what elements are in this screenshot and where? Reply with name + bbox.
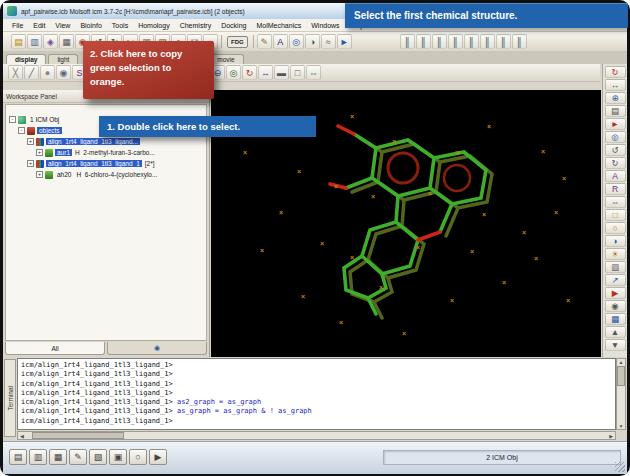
menu-view[interactable]: View — [50, 22, 75, 29]
reset-view-icon[interactable]: □ — [290, 65, 305, 80]
rotate-tool-icon[interactable]: ↻ — [605, 66, 626, 78]
status-doc-icon[interactable]: ▧ — [89, 449, 107, 465]
selection-marker: × — [470, 248, 474, 255]
undo-view-icon[interactable]: ↺ — [605, 144, 626, 156]
menu-windows[interactable]: Windows — [306, 22, 344, 29]
edit-pencil-icon[interactable]: ✎ — [257, 34, 272, 49]
redo-view-icon[interactable]: ↻ — [605, 157, 626, 169]
scroll-right-icon[interactable]: ▶ — [609, 433, 613, 439]
scroll-down-icon[interactable]: ▼ — [619, 423, 624, 429]
menu-homology[interactable]: Homology — [133, 22, 175, 29]
status-table-icon[interactable]: ▦ — [49, 449, 67, 465]
status-grid-icon[interactable]: ▣ — [109, 449, 127, 465]
expander-icon[interactable]: + — [27, 160, 34, 167]
scrollbar-thumb[interactable] — [617, 366, 625, 386]
terminal-line: icm/align_1rt4_ligand_1tl3_ligand_1> — [21, 417, 612, 426]
status-edit-icon[interactable]: ✎ — [69, 449, 87, 465]
scroll-up-icon[interactable]: ▲ — [619, 359, 624, 365]
menu-chemistry[interactable]: Chemistry — [175, 22, 217, 29]
clear-display-icon[interactable]: ╳ — [8, 65, 23, 80]
center-icon[interactable]: ◎ — [226, 65, 241, 80]
fullscreen-icon[interactable]: ↗ — [605, 274, 626, 286]
scroll-left-icon[interactable]: ◀ — [20, 433, 24, 439]
terminal-side-tab[interactable]: Terminal — [4, 359, 16, 437]
tab-all[interactable]: All — [5, 342, 105, 355]
menu-edit[interactable]: Edit — [28, 22, 50, 29]
mesh-display-icon[interactable]: ▦ — [605, 313, 626, 325]
table-column-icon-1[interactable]: ║ — [400, 34, 415, 49]
ballstick-style-icon[interactable]: ◉ — [56, 65, 71, 80]
cpk-style-icon[interactable]: ● — [40, 65, 55, 80]
translate-tool-icon[interactable]: ↔ — [605, 79, 626, 91]
tree-item-align-ligand[interactable]: +align_1rt4_ligand_1tl3_ligand... — [6, 136, 206, 147]
save-icon[interactable]: ▥ — [27, 34, 42, 49]
table-column-icon-6[interactable]: ║ — [480, 34, 495, 49]
app-icon — [7, 6, 17, 16]
tab-light[interactable]: light — [48, 54, 78, 64]
menu-molmechanics[interactable]: MolMechanics — [251, 22, 306, 29]
clip-front-icon[interactable]: ▲ — [605, 326, 626, 338]
table-column-icon-2[interactable]: ║ — [416, 34, 431, 49]
export-icon[interactable]: ◈ — [43, 34, 58, 49]
terminal-output[interactable]: icm/align_1rt4_ligand_1tl3_ligand_1>icm/… — [17, 358, 616, 430]
measure-distance-icon[interactable]: ⇔ — [605, 196, 626, 208]
slab-icon[interactable]: ▬ — [274, 65, 289, 80]
table-column-icon-3[interactable]: ║ — [432, 34, 447, 49]
lasso-select-icon[interactable]: ≈ — [321, 34, 336, 49]
status-circle-icon[interactable]: ○ — [129, 449, 147, 465]
table-column-icon-7[interactable]: ║ — [496, 34, 511, 49]
status-bar: ▤▥▦✎▧▣○▶ 2 ICM Obj — [3, 441, 627, 474]
center-view-icon[interactable]: ◎ — [605, 131, 626, 143]
tree-item-align-ligand-1[interactable]: +align_1rt4_ligand_1tl3_ligand_1[2*] — [6, 158, 206, 169]
select-lasso-icon[interactable]: ○ — [605, 222, 626, 234]
terminal-vertical-scrollbar[interactable]: ▲ ▼ — [616, 358, 626, 430]
expander-icon[interactable]: + — [36, 171, 43, 178]
selection-marker: × — [534, 255, 538, 262]
label-text-icon[interactable]: A — [273, 34, 288, 49]
wire-style-icon[interactable]: ╱ — [24, 65, 39, 80]
lighting-icon[interactable]: ☀ — [605, 248, 626, 260]
tab-display[interactable]: display — [6, 54, 46, 64]
expander-icon[interactable]: - — [18, 127, 25, 134]
expander-icon[interactable]: - — [9, 116, 16, 123]
display-eye-icon[interactable]: ◑ — [305, 34, 320, 49]
print-icon[interactable]: ▦ — [59, 34, 74, 49]
select-box-icon[interactable]: □ — [605, 209, 626, 221]
fdg-button[interactable]: FDG — [227, 36, 248, 48]
select-sphere-icon[interactable]: ◎ — [289, 34, 304, 49]
measure-icon[interactable]: ⇔ — [306, 65, 321, 80]
scrollbar-thumb[interactable] — [32, 432, 124, 439]
pick-atom-icon[interactable]: ► — [605, 118, 626, 130]
menu-bioinfo[interactable]: Bioinfo — [75, 22, 106, 29]
terminal-horizontal-scrollbar[interactable]: ◀ ▶ — [17, 431, 616, 440]
zoom-tool-icon[interactable]: ⊕ — [605, 92, 626, 104]
tab-selection[interactable]: ◉ — [107, 342, 207, 355]
tree-item-aur1[interactable]: +aur1H 2-methyl-furan-3-carbo... — [6, 147, 206, 158]
expander-icon[interactable]: + — [27, 138, 34, 145]
color-scheme-icon[interactable]: ◑ — [605, 235, 626, 247]
movie-record-icon[interactable]: ▶ — [605, 287, 626, 299]
table-column-icon-8[interactable]: ║ — [512, 34, 527, 49]
translate-icon[interactable]: ↔ — [258, 65, 273, 80]
menu-docking[interactable]: Docking — [216, 22, 251, 29]
clip-back-icon[interactable]: ▼ — [605, 339, 626, 351]
status-play-icon[interactable]: ▶ — [149, 449, 167, 465]
status-folder-icon[interactable]: ▤ — [9, 449, 27, 465]
expander-icon[interactable]: + — [36, 149, 43, 156]
table-column-icon-5[interactable]: ║ — [464, 34, 479, 49]
rotate-icon[interactable]: ↻ — [242, 65, 257, 80]
status-save-icon[interactable]: ▥ — [29, 449, 47, 465]
menu-file[interactable]: File — [7, 22, 28, 29]
snapshot-camera-icon[interactable]: ◉ — [605, 300, 626, 312]
selection-marker: × — [541, 148, 545, 155]
open-folder-icon[interactable]: ▤ — [11, 34, 26, 49]
label-atom-icon[interactable]: A — [605, 170, 626, 182]
resize-grip[interactable] — [615, 462, 625, 472]
table-column-icon-4[interactable]: ║ — [448, 34, 463, 49]
tree-item-ah20[interactable]: +ah20H 6-chloro-4-(cyclohexylo... — [6, 169, 206, 180]
label-residue-icon[interactable]: R — [605, 183, 626, 195]
slab-tool-icon[interactable]: ▤ — [605, 105, 626, 117]
stereo-view-icon[interactable]: ▥ — [605, 261, 626, 273]
menu-tools[interactable]: Tools — [107, 22, 133, 29]
pick-arrow-icon[interactable]: ► — [337, 34, 352, 49]
